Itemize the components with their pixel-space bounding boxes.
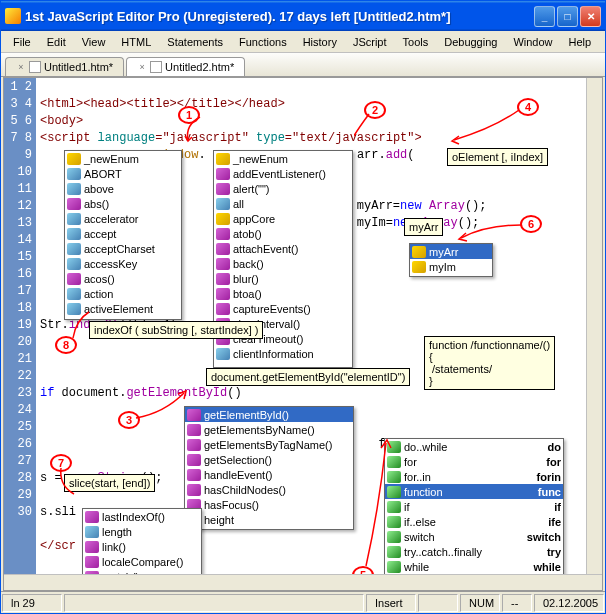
menu-view[interactable]: View [74,34,114,50]
menu-window[interactable]: Window [505,34,560,50]
list-item[interactable]: all [214,196,352,211]
list-item[interactable]: atob() [214,226,352,241]
status-num: NUM [460,594,500,612]
list-item[interactable]: addEventListener() [214,166,352,181]
list-item[interactable]: above [65,181,181,196]
annotation-8: 8 [55,336,77,354]
list-item[interactable]: clientInformation [214,346,352,361]
menu-history[interactable]: History [295,34,345,50]
list-item[interactable]: whilewhile [385,559,563,574]
autocomplete-list-document[interactable]: getElementById()getElementsByName()getEl… [184,406,354,530]
list-item[interactable]: action [65,286,181,301]
menu-help[interactable]: Help [561,34,600,50]
menu-statements[interactable]: Statements [159,34,231,50]
list-item[interactable]: ifif [385,499,563,514]
list-item[interactable]: hasChildNodes() [185,482,353,497]
list-item[interactable]: height [185,512,353,527]
tab-close-icon[interactable]: × [16,62,26,72]
maximize-button[interactable]: □ [557,6,578,27]
list-item[interactable]: appCore [214,211,352,226]
tab-label: Untitled1.htm* [44,61,113,73]
list-item[interactable]: captureEvents() [214,301,352,316]
list-item[interactable]: localeCompare() [83,554,201,569]
list-item[interactable]: accelerator [65,211,181,226]
menu-functions[interactable]: Functions [231,34,295,50]
prop-icon [67,228,81,240]
tab[interactable]: ×Untitled2.htm* [126,57,245,76]
menu-debugging[interactable]: Debugging [436,34,505,50]
tab-close-icon[interactable]: × [137,62,147,72]
meth-icon [85,541,99,553]
tab-label: Untitled2.htm* [165,61,234,73]
list-item[interactable]: accessKey [65,256,181,271]
editor[interactable]: 1 2 3 4 5 6 7 8 9 10 11 12 13 14 15 16 1… [3,77,603,591]
meth-icon [216,273,230,285]
meth-icon [216,168,230,180]
list-item[interactable]: functionfunc [385,484,563,499]
list-item[interactable]: length [83,524,201,539]
list-item[interactable]: for..inforin [385,469,563,484]
list-item[interactable]: handleEvent() [185,467,353,482]
code-line: <body> [40,114,83,128]
list-item[interactable]: abs() [65,196,181,211]
tooltip-function: function /functionname/() { /statements/… [424,336,555,390]
menu-edit[interactable]: Edit [39,34,74,50]
list-item[interactable]: getElementById() [185,407,353,422]
list-item[interactable]: myIm [410,259,492,274]
list-item[interactable]: alert("") [214,181,352,196]
meth-icon [187,454,201,466]
autocomplete-list-vars[interactable]: myArrmyIm [409,243,493,277]
prop-icon [216,198,230,210]
list-item[interactable]: try..catch..finallytry [385,544,563,559]
list-item[interactable]: btoa() [214,286,352,301]
list-item[interactable]: acos() [65,271,181,286]
list-item[interactable]: hasFocus() [185,497,353,512]
list-item[interactable]: activeElement [65,301,181,316]
annotation-3: 3 [118,411,140,429]
list-item[interactable]: getElementsByTagName() [185,437,353,452]
list-item[interactable]: switchswitch [385,529,563,544]
scrollbar-vertical[interactable] [586,78,602,574]
obj-icon [412,246,426,258]
menubar: FileEditViewHTMLStatementsFunctionsHisto… [1,31,605,53]
list-item[interactable]: acceptCharset [65,241,181,256]
status-sep: -- [502,594,532,612]
list-item[interactable]: attachEvent() [214,241,352,256]
menu-jscript[interactable]: JScript [345,34,395,50]
meth-icon [216,183,230,195]
code-line: <html><head><title></title></head> [40,97,285,111]
prop-icon [67,303,81,315]
menu-html[interactable]: HTML [113,34,159,50]
list-item[interactable]: _newEnum [214,151,352,166]
list-item[interactable]: link() [83,539,201,554]
list-item[interactable]: do..whiledo [385,439,563,454]
minimize-button[interactable]: _ [534,6,555,27]
meth-icon [187,469,201,481]
tab[interactable]: ×Untitled1.htm* [5,57,124,76]
line-gutter: 1 2 3 4 5 6 7 8 9 10 11 12 13 14 15 16 1… [4,78,36,590]
list-item[interactable]: getElementsByName() [185,422,353,437]
list-item[interactable]: ABORT [65,166,181,181]
app-icon [5,8,21,24]
list-item[interactable]: if..elseife [385,514,563,529]
app-window: 1st JavaScript Editor Pro (Unregistered)… [0,0,606,614]
menu-tools[interactable]: Tools [395,34,437,50]
status-mode: Insert [366,594,416,612]
list-item[interactable]: myArr [410,244,492,259]
list-item[interactable]: blur() [214,271,352,286]
obj-icon [216,153,230,165]
scrollbar-horizontal[interactable] [4,574,602,590]
tooltip-myarr: myArr [404,218,443,236]
autocomplete-list-keywords[interactable]: do..whiledoforforfor..inforinfunctionfun… [384,438,564,591]
meth-icon [216,288,230,300]
autocomplete-list-window[interactable]: _newEnumABORTaboveabs()acceleratoraccept… [64,150,182,320]
menu-file[interactable]: File [5,34,39,50]
list-item[interactable]: forfor [385,454,563,469]
list-item[interactable]: back() [214,256,352,271]
list-item[interactable]: getSelection() [185,452,353,467]
close-button[interactable]: ✕ [580,6,601,27]
list-item[interactable]: lastIndexOf() [83,509,201,524]
list-item[interactable]: _newEnum [65,151,181,166]
annotation-4: 4 [517,98,539,116]
list-item[interactable]: accept [65,226,181,241]
